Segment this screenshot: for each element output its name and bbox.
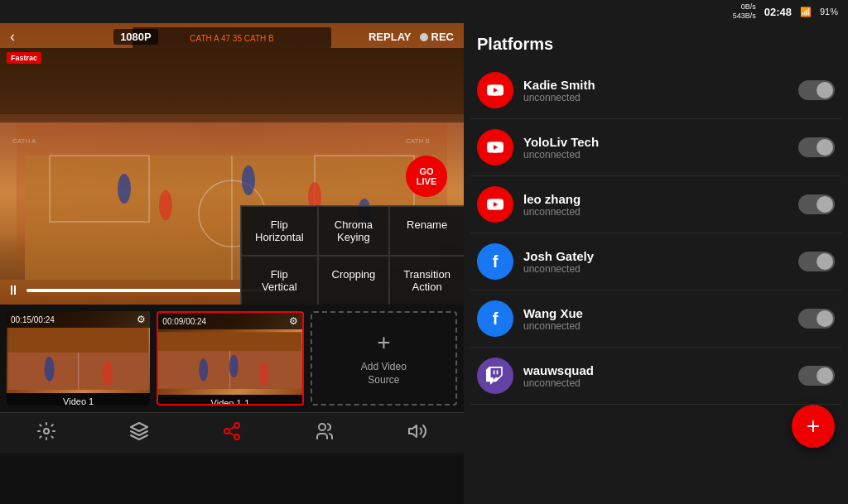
toggle-thumb-wang	[817, 310, 833, 327]
time-display: 02:48	[764, 6, 792, 18]
add-platform-fab[interactable]: +	[792, 405, 835, 448]
thumb2-label: Video 1-1	[158, 395, 301, 406]
download-speed: 543B/s	[733, 12, 756, 21]
bottom-nav	[0, 412, 464, 454]
toggle-thumb-josh	[817, 253, 833, 270]
platform-status-kadie: unconnected	[523, 92, 788, 103]
thumbnail-row: 00:15/00:24 ⚙ Video 1 00:09	[0, 305, 464, 412]
svg-point-23	[200, 358, 209, 381]
video-preview: CATH A 47 35 CATH B CATH A CATH B GOLIVE…	[0, 23, 464, 305]
context-transition-action[interactable]: TransitionAction	[389, 256, 464, 305]
main-content: CATH A 47 35 CATH B CATH A CATH B GOLIVE…	[0, 23, 848, 504]
svg-rect-34	[497, 370, 499, 374]
svg-text:CATH A: CATH A	[12, 137, 36, 145]
platform-item-josh: f Josh Gately unconnected	[470, 233, 841, 290]
youtube-icon-kadie	[477, 72, 513, 108]
add-source-label: Add VideoSource	[361, 361, 407, 386]
replay-button[interactable]: REPLAY	[369, 31, 412, 43]
svg-point-7	[159, 190, 172, 220]
facebook-icon-josh: f	[477, 243, 513, 280]
toggle-thumb-leo	[817, 196, 833, 213]
svg-point-8	[242, 166, 255, 195]
svg-line-30	[229, 433, 235, 436]
platform-item-yololiv: YoloLiv Tech unconnected	[470, 119, 841, 176]
battery-level: 91%	[820, 7, 838, 17]
context-flip-horizontal[interactable]: FlipHorizontal	[241, 206, 318, 256]
signal-icon: 📶	[800, 7, 812, 17]
toggle-thumb-kadie	[817, 82, 833, 98]
platform-info-wang: Wang Xue unconnected	[523, 306, 788, 332]
platform-name-kadie: Kadie Smith	[523, 78, 788, 92]
svg-point-18	[45, 357, 55, 382]
platform-name-wang: Wang Xue	[523, 306, 788, 320]
battery-indicator: 91%	[820, 7, 838, 17]
context-chroma-keying[interactable]: ChromaKeying	[318, 206, 390, 256]
platform-info-kadie: Kadie Smith unconnected	[523, 78, 788, 103]
fb-letter-wang: f	[493, 310, 499, 329]
platform-status-leo: unconnected	[523, 206, 788, 218]
toggle-josh[interactable]	[798, 252, 835, 271]
toggle-yololiv[interactable]	[798, 137, 835, 157]
svg-point-26	[44, 429, 49, 434]
platform-item-leo: leo zhang unconnected	[470, 176, 841, 233]
top-right-controls: REPLAY REC	[369, 31, 454, 43]
platform-status-josh: unconnected	[523, 263, 788, 275]
svg-point-28	[224, 429, 229, 434]
back-button[interactable]: ‹	[10, 28, 15, 46]
toggle-wauw[interactable]	[798, 366, 835, 386]
rec-dot	[420, 33, 428, 41]
svg-point-29	[234, 434, 239, 439]
context-rename[interactable]: Rename	[389, 206, 464, 256]
nav-settings[interactable]	[30, 415, 63, 452]
resolution-badge[interactable]: 1080P	[113, 29, 158, 45]
nav-audio[interactable]	[401, 415, 434, 452]
svg-marker-33	[409, 425, 417, 437]
rec-button[interactable]: REC	[420, 31, 454, 43]
twitch-icon-wauw	[477, 358, 513, 394]
add-video-source-button[interactable]: + Add VideoSource	[311, 311, 457, 406]
svg-line-31	[229, 427, 235, 430]
svg-point-25	[229, 355, 238, 377]
svg-point-24	[260, 362, 269, 385]
thumb1-gear[interactable]: ⚙	[137, 314, 146, 325]
thumbnail-video1-1[interactable]: 00:09/00:24 ⚙ Video 1-1	[157, 311, 303, 406]
context-cropping[interactable]: Cropping	[318, 256, 390, 305]
thumb2-timestamp: 00:09/00:24	[162, 317, 206, 326]
nav-share[interactable]	[215, 415, 248, 452]
go-live-label: GOLIVE	[417, 166, 436, 186]
play-pause-button[interactable]: ⏸	[7, 283, 20, 298]
svg-point-19	[103, 361, 113, 386]
platform-name-yololiv: YoloLiv Tech	[523, 135, 788, 149]
platform-info-yololiv: YoloLiv Tech unconnected	[523, 135, 788, 161]
data-speed: 0B/s 543B/s	[733, 2, 756, 21]
nav-layers[interactable]	[123, 415, 156, 452]
left-panel: CATH A 47 35 CATH B CATH A CATH B GOLIVE…	[0, 23, 464, 504]
thumb1-timestamp: 00:15/00:24	[11, 315, 55, 324]
context-menu: FlipHorizontal ChromaKeying Rename FlipV…	[240, 205, 464, 305]
nav-users[interactable]	[308, 415, 341, 452]
platform-item-wang: f Wang Xue unconnected	[470, 290, 841, 348]
toggle-thumb-wauw	[817, 367, 833, 384]
platform-info-wauw: wauwsquad unconnected	[523, 363, 788, 389]
youtube-icon-yololiv	[477, 129, 513, 166]
video-top-bar: ‹ 1080P REPLAY REC	[0, 23, 464, 50]
platforms-title: Platforms	[464, 23, 848, 62]
svg-rect-5	[0, 48, 464, 122]
go-live-button[interactable]: GOLIVE	[406, 156, 447, 197]
thumbnail-video1[interactable]: 00:15/00:24 ⚙ Video 1	[7, 311, 150, 406]
context-flip-vertical[interactable]: FlipVertical	[241, 256, 318, 305]
toggle-kadie[interactable]	[798, 80, 835, 100]
thumb2-header: 00:09/00:24 ⚙	[158, 313, 301, 329]
fb-letter-josh: f	[493, 252, 499, 271]
thumb1-header: 00:15/00:24 ⚙	[7, 311, 150, 328]
platform-status-yololiv: unconnected	[523, 149, 788, 161]
svg-point-6	[118, 174, 131, 204]
thumb2-gear[interactable]: ⚙	[289, 315, 298, 327]
svg-text:CATH B: CATH B	[406, 137, 430, 145]
toggle-leo[interactable]	[798, 194, 835, 214]
platform-status-wang: unconnected	[523, 320, 788, 332]
upload-speed: 0B/s	[741, 2, 756, 12]
svg-rect-35	[494, 370, 495, 374]
platform-info-leo: leo zhang unconnected	[523, 192, 788, 218]
toggle-wang[interactable]	[798, 309, 835, 329]
